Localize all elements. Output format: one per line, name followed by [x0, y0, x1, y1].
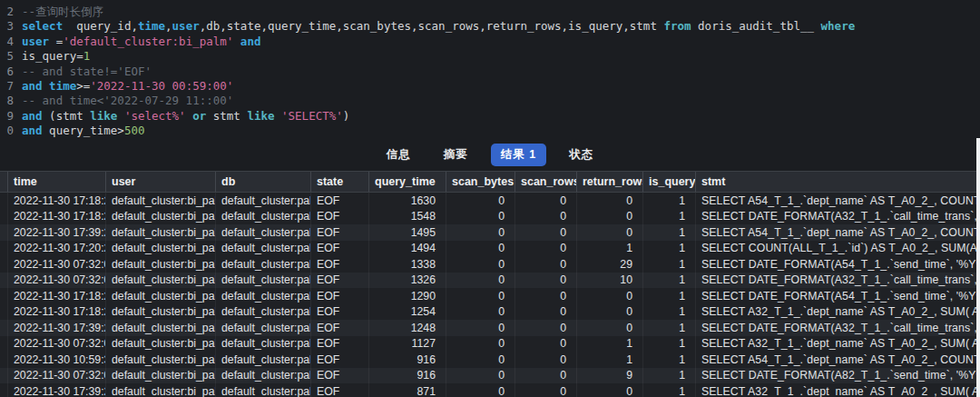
cell-return_rows[interactable]: 0: [576, 209, 642, 225]
cell-db[interactable]: default_cluster:palm: [215, 241, 310, 257]
cell-db[interactable]: default_cluster:palm: [215, 320, 310, 336]
cell-is_query[interactable]: 1: [642, 383, 695, 397]
cell-db[interactable]: default_cluster:palm: [215, 383, 310, 397]
cell-state[interactable]: EOF: [310, 288, 368, 304]
cell-stmt[interactable]: SELECT DATE_FORMAT(A54_T_1_.`send_time`,…: [695, 256, 980, 273]
column-header-time[interactable]: time: [7, 172, 105, 192]
code-line[interactable]: and (stmt like 'select%' or stmt like 'S…: [22, 109, 980, 124]
cell-stmt[interactable]: SELECT COUNT(ALL_T_1_.`id`) AS T_A0_2_, …: [695, 241, 980, 257]
cell-time[interactable]: 2022-11-30 10:59:33: [7, 352, 105, 368]
table-row[interactable]: 2022-11-30 07:32:08default_cluster:bi_pa…: [0, 336, 980, 352]
cell-query_time[interactable]: 871: [368, 383, 446, 397]
cell-time[interactable]: 2022-11-30 17:39:29: [7, 224, 105, 241]
cell-stmt[interactable]: SELECT A54_T_1_.`dept_name` AS T_A0_2_, …: [695, 352, 980, 368]
cell-user[interactable]: default_cluster:bi_palm: [105, 336, 215, 352]
column-header-return_rows[interactable]: return_rows: [576, 172, 642, 192]
cell-return_rows[interactable]: 1: [576, 241, 642, 257]
cell-scan_rows[interactable]: 0: [514, 193, 576, 209]
table-row[interactable]: 2022-11-30 17:39:29default_cluster:bi_pa…: [0, 320, 980, 336]
cell-return_rows[interactable]: 0: [576, 383, 642, 397]
cell-query_time[interactable]: 916: [368, 368, 446, 384]
cell-state[interactable]: EOF: [310, 241, 368, 257]
cell-state[interactable]: EOF: [310, 224, 368, 241]
cell-scan_bytes[interactable]: 0: [446, 241, 514, 257]
cell-state[interactable]: EOF: [310, 256, 368, 273]
cell-user[interactable]: default_cluster:bi_palm: [105, 256, 215, 273]
cell-state[interactable]: EOF: [310, 193, 368, 209]
cell-scan_rows[interactable]: 0: [514, 273, 576, 289]
column-header-scan_rows[interactable]: scan_rows: [514, 172, 576, 192]
code-line[interactable]: -- and state!='EOF': [22, 65, 980, 79]
cell-is_query[interactable]: 1: [642, 368, 695, 384]
column-header-query_time[interactable]: query_time: [368, 172, 446, 192]
cell-query_time[interactable]: 1248: [368, 320, 446, 336]
cell-query_time[interactable]: 1495: [368, 224, 446, 241]
column-header-user[interactable]: user: [105, 172, 215, 192]
cell-state[interactable]: EOF: [310, 368, 368, 384]
cell-db[interactable]: default_cluster:palm: [215, 304, 310, 321]
cell-return_rows[interactable]: 1: [576, 336, 642, 352]
cell-stmt[interactable]: SELECT DATE_FORMAT(A54_T_1_.`send_time`,…: [695, 288, 980, 304]
cell-scan_rows[interactable]: 0: [514, 224, 576, 241]
cell-scan_bytes[interactable]: 0: [446, 224, 514, 241]
cell-return_rows[interactable]: 0: [576, 193, 642, 209]
cell-db[interactable]: default_cluster:palm: [215, 193, 310, 209]
cell-time[interactable]: 2022-11-30 07:32:08: [7, 336, 105, 352]
cell-user[interactable]: default_cluster:bi_palm: [105, 352, 215, 368]
cell-state[interactable]: EOF: [310, 336, 368, 352]
cell-stmt[interactable]: SELECT A54_T_1_.`dept_name` AS T_A0_2_, …: [695, 224, 980, 241]
table-row[interactable]: 2022-11-30 07:32:08default_cluster:bi_pa…: [0, 273, 980, 289]
cell-scan_bytes[interactable]: 0: [446, 256, 514, 273]
cell-is_query[interactable]: 1: [642, 273, 695, 289]
cell-db[interactable]: default_cluster:palm: [215, 352, 310, 368]
cell-time[interactable]: 2022-11-30 17:18:22: [7, 288, 105, 304]
sql-code-area[interactable]: --查询时长倒序select query_id,time,user,db,sta…: [14, 5, 980, 139]
cell-return_rows[interactable]: 29: [576, 256, 642, 273]
cell-db[interactable]: default_cluster:palm: [215, 368, 310, 384]
cell-user[interactable]: default_cluster:bi_palm: [105, 320, 215, 336]
column-header-state[interactable]: state: [310, 172, 368, 192]
cell-time[interactable]: 2022-11-30 17:39:29: [7, 320, 105, 336]
cell-stmt[interactable]: SELECT A32_T_1_.`dept_name` AS T_A0_2_, …: [695, 304, 980, 321]
cell-user[interactable]: default_cluster:bi_palm: [105, 241, 215, 257]
cell-query_time[interactable]: 1338: [368, 256, 446, 273]
cell-query_time[interactable]: 1254: [368, 304, 446, 321]
cell-stmt[interactable]: SELECT DATE_FORMAT(A32_T_1_.`call_time_t…: [695, 273, 980, 289]
cell-scan_bytes[interactable]: 0: [446, 336, 514, 352]
cell-state[interactable]: EOF: [310, 273, 368, 289]
cell-time[interactable]: 2022-11-30 17:20:27: [7, 241, 105, 257]
table-row[interactable]: 2022-11-30 17:18:22default_cluster:bi_pa…: [0, 288, 980, 304]
cell-stmt[interactable]: SELECT DATE_FORMAT(A32_T_1_.`call_time_t…: [695, 320, 980, 336]
cell-db[interactable]: default_cluster:palm: [215, 288, 310, 304]
cell-stmt[interactable]: SELECT A54_T_1_.`dept_name` AS T_A0_2_, …: [695, 193, 980, 209]
cell-db[interactable]: default_cluster:palm: [215, 224, 310, 241]
cell-scan_bytes[interactable]: 0: [446, 273, 514, 289]
cell-stmt[interactable]: SELECT A32_T_1_.`dept_name` AS T_A0_2_, …: [695, 383, 980, 397]
column-header-is_query[interactable]: is_query: [642, 172, 695, 192]
cell-scan_rows[interactable]: 0: [514, 241, 576, 257]
code-line[interactable]: and query_time>500: [22, 124, 980, 138]
cell-is_query[interactable]: 1: [642, 193, 695, 209]
cell-scan_rows[interactable]: 0: [514, 304, 576, 321]
cell-is_query[interactable]: 1: [642, 304, 695, 321]
code-line[interactable]: select query_id,time,user,db,state,query…: [22, 19, 980, 34]
cell-db[interactable]: default_cluster:palm: [215, 209, 310, 225]
cell-is_query[interactable]: 1: [642, 320, 695, 336]
cell-state[interactable]: EOF: [310, 352, 368, 368]
column-header-scan_bytes[interactable]: scan_bytes: [446, 172, 514, 192]
cell-is_query[interactable]: 1: [642, 224, 695, 241]
cell-user[interactable]: default_cluster:bi_palm: [105, 224, 215, 241]
cell-user[interactable]: default_cluster:bi_palm: [105, 193, 215, 209]
cell-is_query[interactable]: 1: [642, 336, 695, 352]
cell-query_time[interactable]: 1630: [368, 193, 446, 209]
cell-scan_rows[interactable]: 0: [514, 352, 576, 368]
cell-scan_bytes[interactable]: 0: [446, 288, 514, 304]
cell-db[interactable]: default_cluster:palm: [215, 273, 310, 289]
cell-scan_rows[interactable]: 0: [514, 336, 576, 352]
cell-scan_bytes[interactable]: 0: [446, 368, 514, 384]
cell-scan_bytes[interactable]: 0: [446, 193, 514, 209]
column-header-db[interactable]: db: [215, 172, 310, 192]
cell-scan_bytes[interactable]: 0: [446, 304, 514, 321]
cell-query_time[interactable]: 1326: [368, 273, 446, 289]
table-row[interactable]: 2022-11-30 17:18:22default_cluster:bi_pa…: [0, 193, 980, 209]
